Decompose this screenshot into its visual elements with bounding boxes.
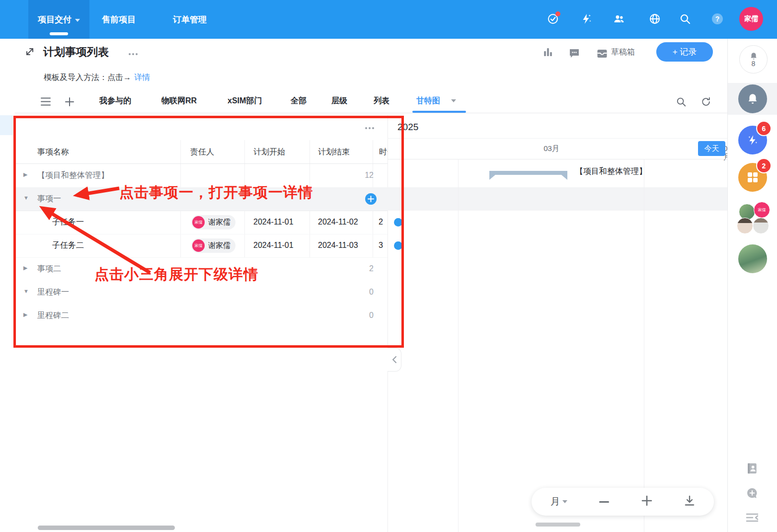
table-row[interactable]: 子任务二 家儒 谢家儒 2024-11-01 2024-11-03 3: [15, 234, 388, 258]
summary-task-bar[interactable]: [489, 171, 567, 175]
item-name[interactable]: 事项一: [37, 194, 61, 204]
add-view-icon[interactable]: [65, 97, 75, 109]
page-title: 计划事项列表: [43, 45, 109, 60]
item-count: 0: [343, 288, 374, 297]
view-tab-gantt-active[interactable]: 甘特图: [416, 96, 440, 106]
stats-icon[interactable]: [543, 47, 553, 60]
col-header-duration[interactable]: 时长: [379, 147, 388, 157]
collapse-panel-handle[interactable]: [388, 348, 401, 372]
table-horizontal-scrollbar[interactable]: [38, 526, 175, 530]
view-list-icon[interactable]: [41, 97, 51, 108]
panel-splitter[interactable]: [388, 115, 388, 532]
view-tab-all[interactable]: 全部: [291, 96, 307, 106]
assignee-chip[interactable]: 家儒 谢家儒: [191, 215, 235, 229]
assignee-name: 谢家儒: [208, 241, 231, 250]
assignee-name: 谢家儒: [208, 218, 231, 227]
gantt-year-label: 2025: [397, 122, 418, 133]
plan-end-date[interactable]: 2024-11-03: [318, 241, 358, 250]
add-record-button[interactable]: + 记录: [656, 42, 713, 62]
annotation-text: 点击事项一，打开事项一详情: [119, 183, 313, 203]
expand-toggle-icon[interactable]: ▶: [23, 311, 27, 318]
collapse-toggle-icon[interactable]: ▼: [23, 195, 29, 201]
notifications-item[interactable]: [738, 84, 767, 113]
download-icon[interactable]: [684, 495, 695, 508]
col-header-end[interactable]: 计划结束: [318, 147, 350, 157]
chat-avatar-scenery[interactable]: [738, 244, 767, 273]
assignee-chip[interactable]: 家儒 谢家儒: [191, 238, 235, 253]
item-name[interactable]: 里程碑一: [37, 287, 69, 298]
item-name[interactable]: 子任务一: [52, 217, 84, 228]
add-comment-icon[interactable]: [746, 487, 760, 501]
help-icon[interactable]: ?: [711, 13, 723, 25]
table-row[interactable]: 子任务一 家儒 谢家儒 2024-11-01 2024-11-02 2: [15, 211, 388, 234]
todo-check-icon[interactable]: [547, 13, 559, 25]
template-hint: 模板及导入方法：点击→详情: [44, 73, 150, 83]
view-tab-hierarchy[interactable]: 层级: [331, 96, 347, 106]
col-header-name[interactable]: 事项名称: [37, 147, 69, 157]
nav-tab-project-delivery[interactable]: 项目交付: [28, 0, 89, 39]
task-bar-dot[interactable]: [394, 241, 402, 250]
month-gridline: [644, 159, 644, 532]
magic-assistant-icon[interactable]: [580, 13, 592, 25]
top-nav: 项目交付 售前项目 订单管理 ? 家儒: [0, 0, 777, 39]
table-search-icon[interactable]: [676, 96, 687, 109]
nav-tab-orders[interactable]: 订单管理: [173, 0, 207, 39]
nav-tab-presale[interactable]: 售前项目: [102, 0, 136, 39]
globe-icon[interactable]: [649, 13, 661, 25]
expand-toggle-icon[interactable]: ▶: [23, 265, 27, 271]
view-tab-list[interactable]: 列表: [374, 96, 389, 106]
avatar-person: [737, 218, 753, 234]
duration-value[interactable]: 2: [379, 218, 383, 227]
draftbox-icon[interactable]: [596, 48, 608, 62]
draftbox-label[interactable]: 草稿箱: [611, 47, 635, 58]
collapse-list-icon[interactable]: [746, 513, 760, 527]
gantt-horizontal-scrollbar[interactable]: [536, 523, 580, 527]
refresh-icon[interactable]: [700, 96, 711, 109]
active-tab-underline: [50, 32, 68, 35]
search-icon[interactable]: [679, 13, 691, 25]
summary-bar-left-cap: [489, 175, 495, 180]
item-count: 2: [343, 264, 374, 273]
plan-start-date[interactable]: 2024-11-01: [253, 241, 294, 250]
item-name[interactable]: 【项目和整体管理】: [37, 170, 109, 181]
collapse-toggle-icon[interactable]: ▼: [23, 288, 29, 294]
title-more-icon[interactable]: [132, 53, 134, 55]
expand-toggle-icon[interactable]: ▶: [23, 171, 27, 178]
detail-link[interactable]: 详情: [134, 73, 150, 81]
table-more-icon[interactable]: [369, 127, 371, 129]
nav-tab-label: 项目交付: [38, 14, 72, 25]
avatar-person: [753, 218, 769, 234]
comment-icon[interactable]: [568, 47, 580, 61]
task-bar-dot[interactable]: [394, 218, 402, 227]
avatar-pink: 家儒: [754, 202, 770, 218]
col-header-start[interactable]: 计划开始: [253, 147, 285, 157]
apps-badge: 2: [756, 158, 772, 173]
members-icon[interactable]: [613, 13, 625, 25]
month-gridline: [458, 159, 459, 532]
item-name[interactable]: 子任务二: [52, 240, 84, 251]
item-count: 0: [343, 311, 374, 320]
highlighted-row-strip: [388, 187, 727, 211]
item-name[interactable]: 里程碑二: [37, 310, 69, 321]
plan-end-date[interactable]: 2024-11-02: [318, 218, 358, 227]
gantt-tab-caret-icon[interactable]: [451, 99, 456, 102]
view-tab-mine[interactable]: 我参与的: [99, 96, 131, 106]
contacts-icon[interactable]: [746, 462, 760, 476]
duration-value[interactable]: 3: [379, 241, 383, 250]
zoom-in-button[interactable]: [641, 495, 652, 508]
col-header-assignee[interactable]: 责任人: [190, 147, 214, 157]
user-avatar[interactable]: 家儒: [739, 7, 763, 31]
today-button[interactable]: 今天: [698, 141, 725, 156]
chevron-down-icon[interactable]: [562, 500, 567, 503]
notification-bell-widget[interactable]: 8: [739, 45, 768, 74]
add-subitem-button[interactable]: [365, 193, 377, 205]
view-tab-iot[interactable]: 物联网RR: [161, 96, 197, 106]
expand-view-icon[interactable]: [24, 46, 36, 60]
view-tab-xsim[interactable]: xSIM部门: [228, 96, 262, 106]
table-row[interactable]: ▶ 里程碑二 0: [15, 304, 388, 327]
item-name[interactable]: 事项二: [37, 264, 61, 274]
zoom-out-button[interactable]: [599, 501, 609, 503]
assistant-badge: 6: [756, 121, 772, 136]
plan-start-date[interactable]: 2024-11-01: [253, 218, 294, 227]
zoom-level-select[interactable]: 月: [550, 495, 560, 508]
